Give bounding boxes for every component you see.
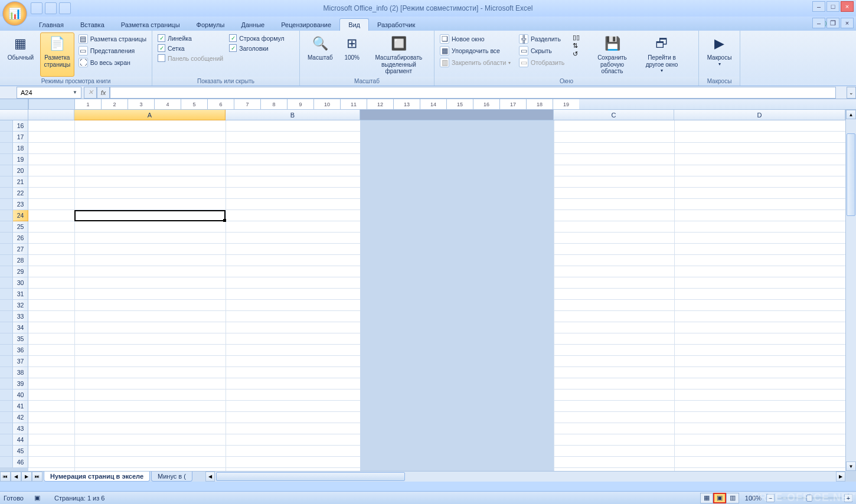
- zoom-out-button[interactable]: −: [766, 494, 775, 502]
- minimize-button[interactable]: –: [812, 1, 825, 12]
- tab-page-layout[interactable]: Разметка страницы: [113, 19, 188, 31]
- scroll-thumb[interactable]: [847, 133, 855, 216]
- cells[interactable]: [28, 120, 845, 471]
- view-normal-button[interactable]: ▦Обычный: [4, 32, 38, 77]
- sheet-tab[interactable]: Минус в (: [151, 472, 192, 482]
- fx-button[interactable]: fx: [97, 87, 110, 99]
- scroll-left-icon[interactable]: ◀: [205, 472, 215, 482]
- row-header[interactable]: 34: [13, 322, 28, 333]
- tab-view[interactable]: Вид: [339, 18, 369, 31]
- sheet-nav-next[interactable]: ▶: [21, 472, 32, 482]
- row-header[interactable]: 38: [13, 367, 28, 378]
- row-header[interactable]: 19: [13, 154, 28, 165]
- row-header[interactable]: 33: [13, 311, 28, 322]
- row-header[interactable]: 21: [13, 176, 28, 188]
- side-by-side-icon[interactable]: ▯▯: [573, 34, 586, 41]
- column-header-a[interactable]: A: [74, 110, 226, 120]
- qat-save-icon[interactable]: [31, 2, 43, 14]
- row-header[interactable]: 43: [13, 423, 28, 434]
- row-header[interactable]: 29: [13, 266, 28, 277]
- row-header[interactable]: 42: [13, 412, 28, 423]
- close-button[interactable]: ×: [841, 1, 854, 12]
- tab-home[interactable]: Главная: [31, 19, 72, 31]
- tab-data[interactable]: Данные: [233, 19, 273, 31]
- row-header[interactable]: 37: [13, 356, 28, 367]
- row-header[interactable]: 25: [13, 221, 28, 233]
- sheet-nav-last[interactable]: ⏭: [32, 472, 43, 482]
- row-header[interactable]: 26: [13, 233, 28, 244]
- row-header[interactable]: 44: [13, 434, 28, 446]
- macro-record-icon[interactable]: ▣: [34, 494, 44, 502]
- zoom-100-button[interactable]: ⊞100%: [339, 32, 365, 77]
- zoom-slider[interactable]: [777, 497, 842, 499]
- zoom-slider-thumb[interactable]: [806, 495, 812, 502]
- zoom-in-button[interactable]: +: [844, 494, 852, 502]
- selected-cell[interactable]: [74, 210, 226, 221]
- workbook-minimize-button[interactable]: –: [812, 18, 825, 28]
- row-header[interactable]: 30: [13, 277, 28, 289]
- hide-button[interactable]: ▭Скрыть: [517, 45, 570, 56]
- row-header[interactable]: 16: [13, 120, 28, 132]
- row-header[interactable]: 31: [13, 289, 28, 300]
- fill-handle[interactable]: [223, 219, 226, 222]
- custom-views-button[interactable]: ▭Представления: [77, 45, 148, 56]
- row-header[interactable]: 40: [13, 390, 28, 401]
- expand-formula-bar-button[interactable]: ⌄: [847, 87, 856, 99]
- tab-formulas[interactable]: Формулы: [188, 19, 233, 31]
- sheet-nav-prev[interactable]: ◀: [11, 472, 21, 482]
- row-header[interactable]: 22: [13, 188, 28, 199]
- scroll-up-icon[interactable]: ▲: [846, 110, 856, 119]
- tab-developer[interactable]: Разработчик: [369, 19, 423, 31]
- macros-button[interactable]: ▶Макросы▾: [703, 32, 736, 77]
- view-page-layout-icon[interactable]: ▣: [713, 493, 726, 503]
- view-page-layout-button[interactable]: 📄Разметка страницы: [40, 32, 74, 77]
- row-header[interactable]: 35: [13, 333, 28, 345]
- new-window-button[interactable]: ❏Новое окно: [438, 34, 515, 44]
- horizontal-scrollbar[interactable]: ◀ ▶: [205, 471, 845, 482]
- freeze-panes-button[interactable]: ▥Закрепить области ▾: [438, 57, 515, 68]
- row-header[interactable]: 45: [13, 446, 28, 457]
- view-page-break-icon[interactable]: ▥: [726, 493, 739, 503]
- column-header-d[interactable]: D: [674, 110, 845, 120]
- row-header[interactable]: 23: [13, 199, 28, 210]
- select-all-corner[interactable]: [0, 110, 28, 120]
- sync-scroll-icon[interactable]: ⇅: [573, 42, 586, 50]
- office-button[interactable]: 📊: [2, 1, 27, 26]
- scroll-right-icon[interactable]: ▶: [836, 472, 845, 482]
- row-header[interactable]: 39: [13, 378, 28, 390]
- row-header[interactable]: 46: [13, 457, 28, 468]
- row-header[interactable]: 27: [13, 244, 28, 255]
- chevron-down-icon[interactable]: ▼: [73, 90, 77, 95]
- row-header[interactable]: 28: [13, 255, 28, 266]
- ruler-checkbox[interactable]: ✓Линейка: [156, 34, 225, 42]
- formula-bar-checkbox[interactable]: ✓Строка формул: [227, 34, 286, 42]
- column-header-b[interactable]: B: [226, 110, 360, 120]
- row-header[interactable]: 17: [13, 132, 28, 143]
- row-header[interactable]: 36: [13, 345, 28, 356]
- switch-windows-button[interactable]: 🗗Перейти в другое окно ▾: [639, 32, 685, 77]
- row-header[interactable]: 41: [13, 401, 28, 412]
- scroll-down-icon[interactable]: ▼: [846, 462, 856, 471]
- row-header[interactable]: 18: [13, 143, 28, 154]
- qat-undo-icon[interactable]: [45, 2, 57, 14]
- zoom-button[interactable]: 🔍Масштаб: [303, 32, 337, 77]
- workbook-close-button[interactable]: ×: [841, 18, 854, 28]
- cancel-formula-button[interactable]: ✕: [84, 87, 97, 99]
- tab-review[interactable]: Рецензирование: [273, 19, 339, 31]
- full-screen-button[interactable]: ⛶Во весь экран: [77, 57, 148, 68]
- save-workspace-button[interactable]: 💾Сохранить рабочую область: [588, 32, 636, 77]
- sheet-nav-first[interactable]: ⏮: [0, 472, 11, 482]
- zoom-level[interactable]: 100%: [745, 495, 762, 502]
- vertical-scrollbar[interactable]: ▲ ▼: [845, 110, 856, 471]
- formula-input[interactable]: [110, 87, 836, 99]
- qat-redo-icon[interactable]: [59, 2, 71, 14]
- view-normal-icon[interactable]: ▦: [700, 493, 713, 503]
- horizontal-ruler[interactable]: 1 2 3 4 5 6 7 8 9 10 11 12 13 14 15 16 1…: [0, 99, 856, 110]
- row-header[interactable]: 24: [13, 210, 28, 221]
- row-header[interactable]: 20: [13, 165, 28, 176]
- page-break-preview-button[interactable]: ▤Разметка страницы: [77, 34, 148, 44]
- workbook-restore-button[interactable]: ❐: [826, 18, 839, 28]
- reset-pos-icon[interactable]: ↺: [573, 50, 586, 58]
- scroll-thumb[interactable]: [216, 472, 405, 481]
- zoom-selection-button[interactable]: 🔲Масштабировать выделенный фрагмент: [367, 32, 430, 77]
